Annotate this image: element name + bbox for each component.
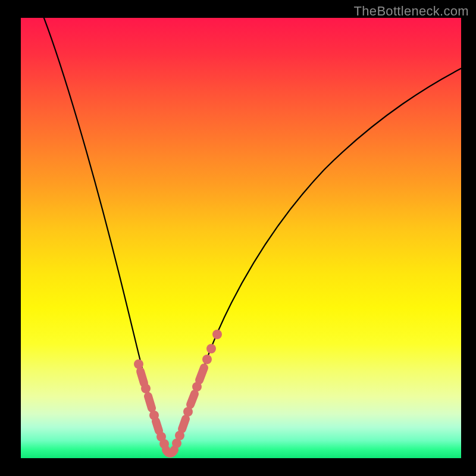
- curves-svg: [21, 18, 461, 458]
- valley-highlight: [166, 450, 174, 453]
- left-highlight-segment: [140, 371, 144, 383]
- left-highlight-segment: [148, 396, 152, 408]
- marker-dot: [202, 355, 212, 364]
- right-highlight-segment: [190, 394, 195, 405]
- right-curve: [171, 65, 461, 455]
- right-highlight-segment: [199, 368, 204, 380]
- left-highlight-segment: [156, 421, 159, 431]
- plot-area: [21, 18, 461, 458]
- marker-dot: [141, 384, 151, 393]
- marker-dot: [212, 330, 222, 339]
- right-highlight-segment: [182, 419, 186, 429]
- marker-dot: [206, 344, 216, 353]
- watermark-label: TheBottleneck.com: [354, 4, 469, 19]
- chart-frame: TheBottleneck.com: [0, 0, 476, 476]
- marker-dot: [134, 359, 143, 369]
